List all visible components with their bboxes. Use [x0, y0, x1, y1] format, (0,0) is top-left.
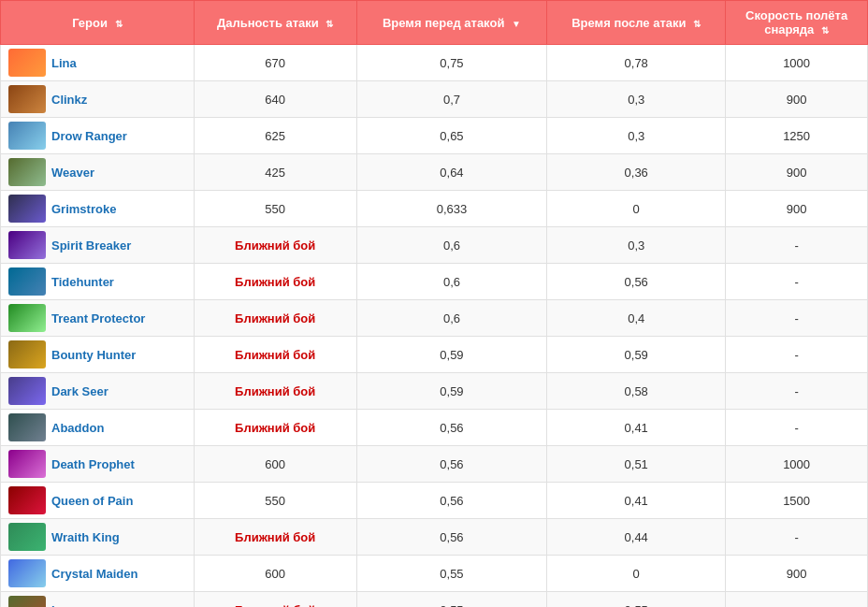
hero-name[interactable]: Crystal Maiden [51, 567, 137, 581]
melee-label: Ближний бой [235, 421, 315, 435]
hero-name[interactable]: Dark Seer [51, 384, 108, 398]
attack-after-cell: 0 [547, 556, 726, 592]
projectile-speed-cell: 1000 [726, 446, 868, 483]
melee-label: Ближний бой [235, 530, 315, 544]
attack-after-cell: 0,41 [547, 483, 726, 519]
melee-label: Ближний бой [235, 275, 315, 289]
hero-cell-abaddon: Abaddon [1, 410, 195, 446]
sort-arrows-attack-range: ⇅ [326, 19, 333, 29]
hero-cell-wraith-king: Wraith King [1, 519, 195, 556]
projectile-speed-cell: 900 [726, 191, 868, 227]
col-label-attack-before: Время перед атакой [383, 16, 504, 30]
hero-avatar [8, 559, 46, 587]
projectile-speed-cell: 900 [726, 556, 868, 592]
hero-avatar [8, 231, 46, 259]
attack-range-cell: Ближний бой [194, 300, 356, 337]
attack-before-cell: 0,64 [356, 154, 547, 191]
melee-label: Ближний бой [235, 384, 315, 398]
attack-before-cell: 0,55 [356, 592, 547, 608]
sort-arrows-attack-before: ▼ [512, 19, 521, 29]
attack-before-cell: 0,65 [356, 118, 547, 154]
attack-after-cell: 0,51 [547, 446, 726, 483]
attack-range-cell: 670 [194, 45, 356, 81]
hero-avatar [8, 450, 46, 478]
attack-before-cell: 0,56 [356, 483, 547, 519]
col-header-projectile-speed[interactable]: Скорость полёта снаряда ⇅ [726, 1, 868, 45]
attack-before-cell: 0,633 [356, 191, 547, 227]
table-row: Treant ProtectorБлижний бой0,60,4- [1, 300, 868, 337]
col-label-heroes: Герои [72, 16, 108, 30]
hero-cell-drow-ranger: Drow Ranger [1, 118, 195, 154]
table-row: AbaddonБлижний бой0,560,41- [1, 410, 868, 446]
attack-after-cell: 0,59 [547, 337, 726, 373]
hero-cell-spirit-breaker: Spirit Breaker [1, 227, 195, 264]
hero-cell-clinkz: Clinkz [1, 81, 195, 118]
hero-avatar [8, 596, 46, 607]
attack-range-cell: Ближний бой [194, 592, 356, 608]
hero-name[interactable]: Lina [51, 56, 77, 70]
table-row: TidehunterБлижний бой0,60,56- [1, 264, 868, 300]
hero-cell-lycan: Lycan [1, 592, 195, 608]
col-header-attack-range[interactable]: Дальность атаки ⇅ [194, 1, 356, 45]
attack-before-cell: 0,59 [356, 337, 547, 373]
hero-avatar [8, 267, 46, 296]
hero-avatar [8, 523, 46, 551]
col-label-attack-range: Дальность атаки [217, 16, 319, 30]
projectile-speed-cell: - [726, 519, 868, 556]
hero-avatar [8, 49, 46, 77]
table-row: Death Prophet6000,560,511000 [1, 446, 868, 483]
hero-cell-crystal-maiden: Crystal Maiden [1, 556, 195, 592]
hero-name[interactable]: Drow Ranger [51, 129, 127, 143]
hero-name[interactable]: Bounty Hunter [51, 348, 136, 362]
projectile-speed-cell: - [726, 410, 868, 446]
hero-name[interactable]: Death Prophet [51, 457, 135, 471]
attack-range-cell: 550 [194, 483, 356, 519]
heroes-table: Герои ⇅ Дальность атаки ⇅ Время перед ат… [0, 0, 868, 607]
sort-arrows-heroes: ⇅ [115, 19, 123, 29]
projectile-speed-cell: - [726, 592, 868, 608]
attack-before-cell: 0,56 [356, 410, 547, 446]
hero-cell-dark-seer: Dark Seer [1, 373, 195, 410]
hero-name[interactable]: Treant Protector [51, 311, 145, 325]
projectile-speed-cell: 900 [726, 154, 868, 191]
attack-after-cell: 0,41 [547, 410, 726, 446]
hero-avatar [8, 85, 46, 113]
projectile-speed-cell: - [726, 300, 868, 337]
attack-before-cell: 0,7 [356, 81, 547, 118]
hero-name[interactable]: Grimstroke [51, 202, 116, 216]
attack-range-cell: 640 [194, 81, 356, 118]
hero-avatar [8, 304, 46, 332]
hero-name[interactable]: Weaver [51, 166, 94, 180]
attack-range-cell: Ближний бой [194, 264, 356, 300]
hero-name[interactable]: Tidehunter [51, 275, 114, 289]
melee-label: Ближний бой [235, 238, 315, 253]
attack-after-cell: 0,4 [547, 300, 726, 337]
table-row: Grimstroke5500,6330900 [1, 191, 868, 227]
table-row: Crystal Maiden6000,550900 [1, 556, 868, 592]
attack-after-cell: 0,3 [547, 81, 726, 118]
attack-range-cell: 550 [194, 191, 356, 227]
hero-name[interactable]: Clinkz [51, 93, 87, 107]
col-label-attack-after: Время после атаки [571, 16, 686, 30]
hero-name[interactable]: Wraith King [51, 530, 120, 544]
hero-name[interactable]: Queen of Pain [51, 494, 133, 508]
attack-after-cell: 0 [547, 191, 726, 227]
hero-cell-death-prophet: Death Prophet [1, 446, 195, 483]
col-header-attack-after[interactable]: Время после атаки ⇅ [547, 1, 726, 45]
attack-after-cell: 0,3 [547, 118, 726, 154]
hero-cell-treant-protector: Treant Protector [1, 300, 195, 337]
hero-name[interactable]: Spirit Breaker [51, 238, 131, 253]
col-header-heroes[interactable]: Герои ⇅ [1, 1, 195, 45]
col-header-attack-before[interactable]: Время перед атакой ▼ [356, 1, 547, 45]
hero-name[interactable]: Lycan [51, 603, 86, 608]
table-row: Dark SeerБлижний бой0,590,58- [1, 373, 868, 410]
hero-name[interactable]: Abaddon [51, 421, 104, 435]
attack-before-cell: 0,59 [356, 373, 547, 410]
heroes-tbody: Lina6700,750,781000Clinkz6400,70,3900Dro… [1, 45, 868, 608]
attack-after-cell: 0,58 [547, 373, 726, 410]
hero-cell-grimstroke: Grimstroke [1, 191, 195, 227]
table-row: LycanБлижний бой0,550,55- [1, 592, 868, 608]
attack-after-cell: 0,36 [547, 154, 726, 191]
table-row: Queen of Pain5500,560,411500 [1, 483, 868, 519]
projectile-speed-cell: 1000 [726, 45, 868, 81]
